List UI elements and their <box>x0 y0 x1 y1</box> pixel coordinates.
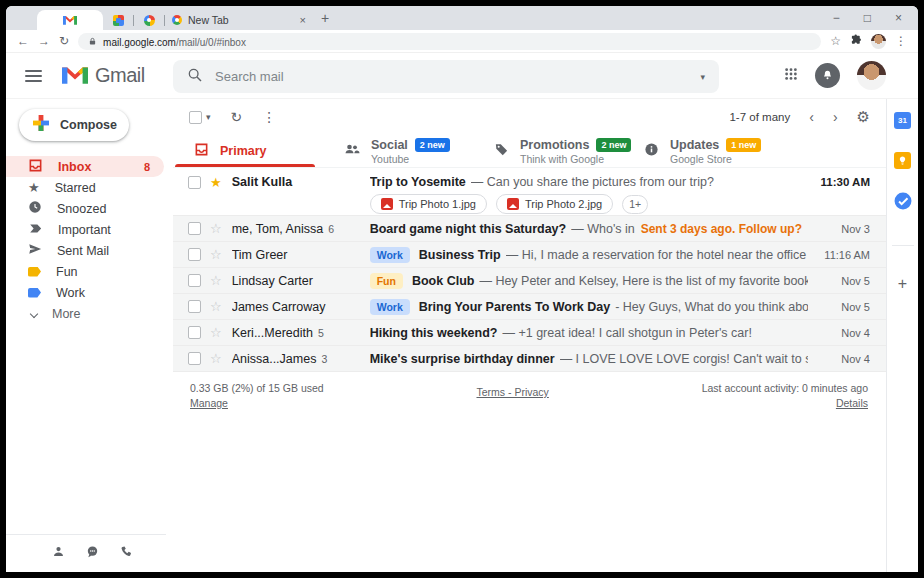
main-menu-icon[interactable] <box>25 70 42 82</box>
sidebar-item-important[interactable]: Important <box>6 219 173 240</box>
search-options-caret-icon[interactable]: ▾ <box>700 72 705 82</box>
email-subject: Trip to Yosemite <box>370 175 466 189</box>
url-domain: mail.google.com <box>103 37 176 48</box>
tab-social[interactable]: Social 2 new Youtube <box>323 135 473 167</box>
tab-promotions[interactable]: Promotions 2 new Think with Google <box>473 135 623 167</box>
pinned-tab-2[interactable] <box>134 10 164 30</box>
back-icon[interactable]: ← <box>17 34 29 48</box>
hangouts-chat-icon[interactable] <box>86 544 99 562</box>
url-path: /mail/u/0/#inbox <box>176 37 246 48</box>
sidebar-item-work[interactable]: Work <box>6 282 173 303</box>
email-row[interactable]: Salit Kulla Trip to Yosemite — Can you s… <box>173 168 886 216</box>
attachment-chip[interactable]: Trip Photo 1.jpg <box>370 194 487 214</box>
sidebar-item-more[interactable]: More <box>6 303 173 324</box>
email-row[interactable]: James Carroway Work Bring Your Parents T… <box>173 294 886 320</box>
select-caret-icon[interactable]: ▾ <box>206 112 211 122</box>
row-checkbox[interactable] <box>188 326 201 339</box>
tab-label: Social <box>371 138 408 152</box>
side-panel: 31 + <box>886 99 918 572</box>
tab-primary[interactable]: Primary <box>173 135 323 167</box>
get-addons-icon[interactable]: + <box>898 275 907 293</box>
browser-profile-avatar[interactable] <box>871 34 886 49</box>
mail-list-pane: ▾ ↻ ⋮ 1-7 of many ‹ › ⚙ Primary <box>173 99 886 572</box>
sidebar-item-label: Starred <box>55 181 96 195</box>
tab-close-icon[interactable]: × <box>300 14 306 26</box>
sidebar-item-starred[interactable]: ★ Starred <box>6 177 173 198</box>
sidebar-item-inbox[interactable]: Inbox 8 <box>6 156 164 177</box>
email-snippet: — I LOVE LOVE LOVE corgis! Can't wait to… <box>560 352 808 366</box>
row-checkbox[interactable] <box>188 222 201 235</box>
forward-icon[interactable]: → <box>38 34 50 48</box>
browser-menu-icon[interactable]: ⋮ <box>895 34 907 48</box>
row-checkbox[interactable] <box>188 352 201 365</box>
keep-icon[interactable] <box>894 152 911 169</box>
star-toggle-icon[interactable] <box>210 176 222 190</box>
window-maximize-button[interactable]: □ <box>864 11 871 25</box>
more-attachments-chip[interactable]: 1+ <box>622 195 648 214</box>
email-row[interactable]: Keri...Meredith 5 Hiking this weekend? —… <box>173 320 886 346</box>
reload-icon[interactable]: ↻ <box>59 34 69 48</box>
star-toggle-icon[interactable] <box>210 248 222 262</box>
star-toggle-icon[interactable] <box>210 274 222 288</box>
settings-gear-icon[interactable]: ⚙ <box>857 108 870 126</box>
notifications-icon[interactable] <box>815 63 840 88</box>
manage-storage-link[interactable]: Manage <box>190 397 324 409</box>
sidebar-item-sent[interactable]: Sent Mail <box>6 240 173 261</box>
important-marker-icon <box>28 222 43 238</box>
extensions-icon[interactable] <box>850 32 862 50</box>
email-row[interactable]: Anissa...James 3 Mike's surprise birthda… <box>173 346 886 372</box>
star-toggle-icon[interactable] <box>210 222 222 236</box>
gmail-logo[interactable]: Gmail <box>62 64 145 88</box>
row-checkbox[interactable] <box>188 300 201 313</box>
more-options-icon[interactable]: ⋮ <box>262 109 276 125</box>
category-tabs: Primary Social 2 new Youtube Promotions <box>173 135 886 168</box>
tab-new-tab[interactable]: New Tab × <box>165 10 313 30</box>
terms-privacy-link[interactable]: Terms - Privacy <box>476 386 548 398</box>
work-label-icon <box>28 288 41 298</box>
apps-grid-icon[interactable] <box>784 67 798 85</box>
email-row[interactable]: Lindsay Carter Fun Book Club — Hey Peter… <box>173 268 886 294</box>
sidebar-item-fun[interactable]: Fun <box>6 261 173 282</box>
window-close-button[interactable]: × <box>895 11 902 25</box>
account-avatar[interactable] <box>857 61 886 90</box>
sidebar-item-label: Work <box>56 286 85 300</box>
tab-updates[interactable]: Updates 1 new Google Store <box>623 135 773 167</box>
window-minimize-button[interactable]: − <box>833 11 840 25</box>
phone-icon[interactable] <box>120 544 133 562</box>
url-bar[interactable]: mail.google.com/mail/u/0/#inbox <box>78 33 821 50</box>
pinned-tab-1[interactable] <box>103 10 133 30</box>
star-toggle-icon[interactable] <box>210 326 222 340</box>
email-sender: Tim Greer <box>232 248 370 262</box>
calendar-icon[interactable]: 31 <box>894 112 911 129</box>
search-input[interactable]: Search mail ▾ <box>173 60 719 93</box>
attachment-chip[interactable]: Trip Photo 2.jpg <box>496 194 613 214</box>
email-row[interactable]: me, Tom, Anissa 6 Board game night this … <box>173 216 886 242</box>
search-icon <box>187 67 203 87</box>
activity-details-link[interactable]: Details <box>702 397 868 409</box>
email-row[interactable]: Tim Greer Work Business Trip — Hi, I mad… <box>173 242 886 268</box>
compose-label: Compose <box>60 118 117 132</box>
new-tab-button[interactable]: + <box>321 10 329 26</box>
older-page-icon[interactable]: › <box>833 109 838 125</box>
tab-badge: 1 new <box>726 138 761 152</box>
browser-address-bar: ← → ↻ mail.google.com/mail/u/0/#inbox ☆ … <box>6 30 918 53</box>
row-checkbox[interactable] <box>188 248 201 261</box>
sidebar-item-snoozed[interactable]: Snoozed <box>6 198 173 219</box>
compose-button[interactable]: Compose <box>19 109 129 141</box>
row-checkbox[interactable] <box>188 176 201 189</box>
star-toggle-icon[interactable] <box>210 352 222 366</box>
bookmark-star-icon[interactable]: ☆ <box>830 34 841 48</box>
gmail-favicon-icon <box>63 11 77 29</box>
newer-page-icon[interactable]: ‹ <box>809 109 814 125</box>
gmail-header: Gmail Search mail ▾ <box>6 53 918 99</box>
mail-footer: 0.33 GB (2%) of 15 GB used Manage Terms … <box>173 372 886 409</box>
row-checkbox[interactable] <box>188 274 201 287</box>
tab-gmail[interactable] <box>37 10 103 30</box>
email-snippet: — Can you share the pictures from our tr… <box>471 175 808 189</box>
contacts-icon[interactable] <box>52 544 65 562</box>
refresh-icon[interactable]: ↻ <box>231 109 243 125</box>
select-all-checkbox[interactable] <box>189 111 202 124</box>
star-toggle-icon[interactable] <box>210 300 222 314</box>
tasks-icon[interactable] <box>894 192 912 214</box>
sidebar-item-label: Fun <box>56 265 78 279</box>
